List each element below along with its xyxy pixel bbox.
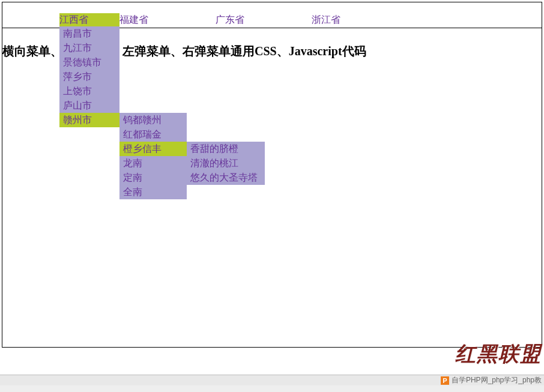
- menu-item-zhejiang[interactable]: 浙江省: [312, 13, 408, 26]
- submenu-item[interactable]: 香甜的脐橙: [187, 142, 265, 156]
- submenu-item[interactable]: 钨都赣州: [119, 113, 187, 127]
- submenu-item[interactable]: 定南: [119, 170, 187, 185]
- submenu-item[interactable]: 龙南: [119, 156, 187, 170]
- page-title: 横向菜单、纵向菜单、左弹菜单、右弹菜单通用CSS、Javascript代码: [2, 43, 366, 59]
- site-icon: P: [441, 376, 449, 385]
- submenu-item[interactable]: 萍乡市: [59, 70, 119, 84]
- submenu-item[interactable]: 上饶市: [59, 84, 119, 98]
- submenu-item[interactable]: 南昌市: [59, 26, 119, 41]
- submenu-level3: 香甜的脐橙 清澈的桃江 悠久的大圣寺塔: [187, 142, 265, 185]
- submenu-level2: 钨都赣州 红都瑞金 橙乡信丰 龙南 定南 全南: [119, 113, 187, 199]
- content-frame: 江西省 福建省 广东省 浙江省 横向菜单、纵向菜单、左弹菜单、右弹菜单通用CSS…: [2, 2, 542, 348]
- watermark-logo: 红黑联盟: [455, 340, 542, 368]
- submenu-item[interactable]: 全南: [119, 185, 187, 199]
- menu-item-jiangxi[interactable]: 江西省: [59, 13, 119, 26]
- top-menubar: 江西省 福建省 广东省 浙江省: [59, 13, 408, 26]
- submenu-item-xinfeng[interactable]: 橙乡信丰: [119, 142, 187, 156]
- submenu-item[interactable]: 清澈的桃江: [187, 156, 265, 170]
- submenu-item-ganzhou[interactable]: 赣州市: [59, 113, 119, 127]
- menu-item-fujian[interactable]: 福建省: [119, 13, 216, 26]
- bottom-strip: [0, 385, 544, 392]
- status-bar: P 自学PHP网_php学习_php教: [0, 375, 544, 385]
- submenu-item[interactable]: 悠久的大圣寺塔: [187, 170, 265, 185]
- menu-item-guangdong[interactable]: 广东省: [216, 13, 312, 26]
- submenu-item[interactable]: 庐山市: [59, 98, 119, 113]
- status-bar-text: 自学PHP网_php学习_php教: [452, 375, 542, 385]
- submenu-item[interactable]: 景德镇市: [59, 55, 119, 70]
- submenu-item[interactable]: 九江市: [59, 41, 119, 55]
- submenu-item[interactable]: 红都瑞金: [119, 127, 187, 142]
- submenu-level1: 南昌市 九江市 景德镇市 萍乡市 上饶市 庐山市 赣州市: [59, 26, 119, 127]
